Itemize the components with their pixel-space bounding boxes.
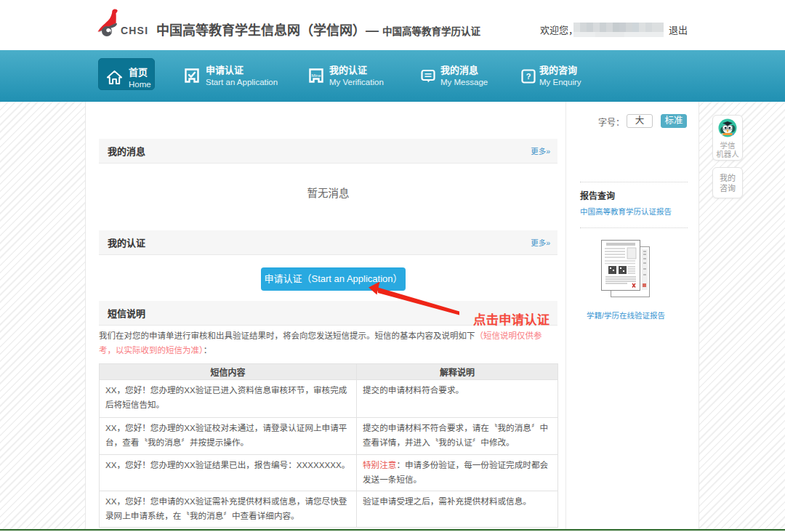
svg-text:?: ? xyxy=(526,72,531,81)
svg-text:Mine: Mine xyxy=(311,73,321,78)
